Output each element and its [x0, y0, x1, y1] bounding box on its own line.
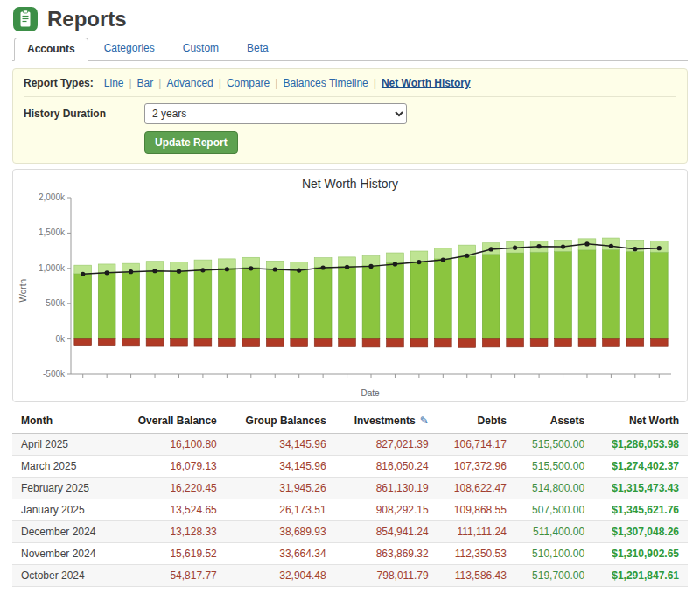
column-header-label: Net Worth — [629, 415, 679, 427]
cell-group-balances: 31,945.26 — [226, 478, 335, 499]
column-header-debts: Debts — [438, 408, 515, 434]
cell-assets: 519,700.00 — [515, 565, 593, 587]
table-row: March 202516,079.1334,145.96816,050.2410… — [12, 456, 688, 478]
table-row: April 202516,100.8034,145.96827,021.3910… — [12, 434, 688, 456]
cell-investments: 798,011.79 — [335, 565, 438, 587]
cell-month: April 2025 — [12, 434, 118, 456]
cell-overall-balance: 15,619.52 — [118, 543, 226, 565]
net-worth-table: MonthOverall BalanceGroup BalancesInvest… — [12, 408, 688, 593]
cell-net-worth: $1,274,402.37 — [593, 456, 688, 478]
cell-month: September 2024 — [12, 587, 118, 593]
table-body: April 202516,100.8034,145.96827,021.3910… — [12, 434, 688, 593]
svg-text:0k: 0k — [55, 334, 66, 344]
cell-group-balances: 26,173.51 — [226, 499, 335, 521]
cell-investments: 908,292.15 — [335, 499, 438, 521]
cell-group-balances: 34,145.96 — [226, 456, 335, 478]
cell-debts: 106,714.17 — [438, 434, 515, 456]
cell-investments: 816,050.24 — [335, 456, 438, 478]
report-type-balances-timeline[interactable]: Balances Timeline — [283, 77, 368, 89]
cell-investments: 782,969.44 — [335, 587, 438, 593]
table-header: MonthOverall BalanceGroup BalancesInvest… — [12, 408, 688, 434]
cell-month: February 2025 — [12, 478, 118, 499]
cell-investments: 854,941.24 — [335, 521, 438, 543]
chart-title: Net Worth History — [18, 177, 682, 191]
cell-net-worth: $1,291,847.61 — [593, 565, 688, 587]
column-header-group-balances: Group Balances — [226, 408, 335, 434]
net-worth-chart: 2,000k1,500k1,000k500k0k-500k — [31, 192, 678, 388]
report-type-separator: | — [129, 77, 131, 89]
cell-debts: 112,350.53 — [438, 543, 515, 565]
history-duration-select[interactable]: 2 years — [144, 103, 407, 124]
tab-accounts[interactable]: Accounts — [14, 38, 88, 61]
svg-text:-500k: -500k — [43, 369, 66, 379]
page-title: Reports — [47, 7, 127, 31]
column-header-label: Investments — [354, 415, 416, 427]
tab-custom[interactable]: Custom — [171, 38, 231, 61]
cell-group-balances: 38,689.93 — [226, 521, 335, 543]
tab-beta[interactable]: Beta — [234, 38, 281, 61]
cell-month: October 2024 — [12, 565, 118, 587]
reports-page: Reports AccountsCategoriesCustomBeta Rep… — [0, 0, 700, 593]
cell-net-worth: $1,307,048.26 — [593, 521, 688, 543]
report-type-separator: | — [275, 77, 277, 89]
cell-debts: 109,868.55 — [438, 499, 515, 521]
cell-overall-balance: 54,817.77 — [118, 565, 226, 587]
table-row: November 202415,619.5233,664.34863,869.3… — [12, 543, 688, 565]
svg-text:1,500k: 1,500k — [38, 227, 66, 237]
cell-net-worth: $1,310,902.65 — [593, 543, 688, 565]
controls-divider — [24, 96, 676, 97]
cell-group-balances: 25,955.96 — [226, 587, 335, 593]
x-axis-label: Date — [18, 388, 682, 400]
report-types-row: Report Types:Line|Bar|Advanced|Compare|B… — [24, 76, 676, 90]
report-type-line[interactable]: Line — [104, 77, 124, 89]
table-row: February 202516,220.4531,945.26861,130.1… — [12, 478, 688, 499]
cell-net-worth: $1,286,053.98 — [593, 434, 688, 456]
column-header-label: Group Balances — [246, 415, 326, 427]
cell-overall-balance: 16,079.13 — [118, 456, 226, 478]
cell-debts: 107,372.96 — [438, 456, 515, 478]
column-header-assets: Assets — [515, 408, 593, 434]
report-type-bar[interactable]: Bar — [137, 77, 154, 89]
cell-investments: 861,130.19 — [335, 478, 438, 499]
report-type-compare[interactable]: Compare — [227, 77, 270, 89]
history-duration-label: History Duration — [24, 108, 144, 120]
cell-month: March 2025 — [12, 456, 118, 478]
report-types-label: Report Types: — [24, 77, 94, 89]
report-type-separator: | — [374, 77, 376, 89]
update-report-button[interactable]: Update Report — [144, 131, 238, 154]
cell-assets: 507,500.00 — [515, 499, 593, 521]
cell-overall-balance: 13,524.65 — [118, 499, 226, 521]
column-header-label: Debts — [478, 415, 507, 427]
cell-net-worth: $1,345,621.76 — [593, 499, 688, 521]
cell-assets: 515,500.00 — [515, 434, 593, 456]
cell-debts: 114,818.96 — [438, 587, 515, 593]
edit-investments-pencil-icon[interactable]: ✎ — [420, 415, 429, 427]
chart-wrap: Worth 2,000k1,500k1,000k500k0k-500k — [18, 192, 682, 388]
y-axis-label: Worth — [18, 279, 31, 303]
svg-text:1,000k: 1,000k — [38, 263, 66, 273]
cell-overall-balance: 13,128.33 — [118, 521, 226, 543]
cell-month: November 2024 — [12, 543, 118, 565]
app-header: Reports — [0, 0, 700, 35]
cell-net-worth: $1,315,473.43 — [593, 478, 688, 499]
tab-categories[interactable]: Categories — [92, 38, 167, 61]
cell-group-balances: 33,664.34 — [226, 543, 335, 565]
table-row: December 202413,128.3338,689.93854,941.2… — [12, 521, 688, 543]
cell-assets: 510,100.00 — [515, 543, 593, 565]
chart-panel: Net Worth History Worth 2,000k1,500k1,00… — [12, 169, 688, 402]
report-type-net-worth-history[interactable]: Net Worth History — [382, 77, 471, 89]
table-row: January 202513,524.6526,173.51908,292.15… — [12, 499, 688, 521]
cell-assets: 514,800.00 — [515, 478, 593, 499]
cell-debts: 113,586.43 — [438, 565, 515, 587]
update-report-row: Update Report — [144, 131, 676, 156]
report-type-advanced[interactable]: Advanced — [166, 77, 213, 89]
report-controls-panel: Report Types:Line|Bar|Advanced|Compare|B… — [12, 68, 688, 164]
table-row: September 202454,530.2125,955.96782,969.… — [12, 587, 688, 593]
svg-text:500k: 500k — [46, 298, 66, 308]
cell-overall-balance: 16,100.80 — [118, 434, 226, 456]
table-row: October 202454,817.7732,904.48798,011.79… — [12, 565, 688, 587]
reports-icon — [12, 6, 38, 32]
history-duration-row: History Duration 2 years — [24, 103, 676, 124]
cell-group-balances: 32,904.48 — [226, 565, 335, 587]
cell-month: January 2025 — [12, 499, 118, 521]
